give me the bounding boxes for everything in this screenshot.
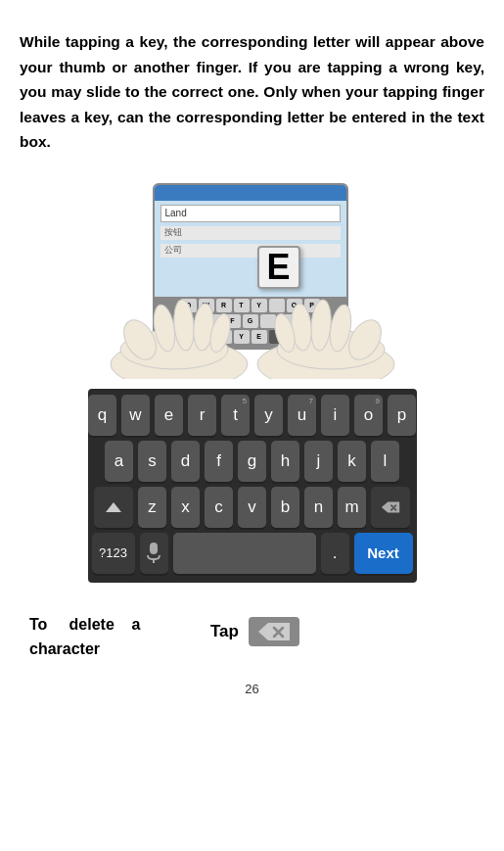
key-w[interactable]: w: [121, 395, 150, 436]
next-key-label: Next: [367, 544, 399, 561]
mic-key[interactable]: [140, 533, 168, 574]
period-key[interactable]: .: [321, 533, 349, 574]
key-g[interactable]: g: [238, 441, 266, 482]
key-e[interactable]: e: [155, 395, 183, 436]
page-number: 26: [20, 682, 484, 696]
next-key[interactable]: Next: [354, 533, 413, 574]
key-q[interactable]: q: [88, 395, 116, 436]
num-key-label: ?123: [99, 545, 127, 560]
period-label: .: [333, 544, 338, 563]
key-n[interactable]: n: [304, 487, 333, 528]
space-key[interactable]: [173, 533, 316, 574]
phone-top-bar: [155, 185, 346, 201]
key-i[interactable]: i: [321, 395, 349, 436]
delete-text: To delete acharacter: [29, 616, 141, 658]
intro-text: While tapping a key, the corresponding l…: [20, 29, 484, 155]
keyboard: q w e r t5 y u7 i o9 p a s d f g h j k l: [88, 389, 417, 583]
key-o[interactable]: o9: [354, 395, 383, 436]
shift-key[interactable]: [94, 487, 133, 528]
phone-field-label-1: 按钮: [160, 226, 341, 240]
key-h[interactable]: h: [271, 441, 299, 482]
bottom-section: To delete acharacter Tap: [20, 612, 484, 662]
key-d[interactable]: d: [171, 441, 200, 482]
key-t[interactable]: t5: [221, 395, 250, 436]
tap-label: Tap: [210, 622, 239, 641]
backspace-icon-svg: [254, 619, 294, 644]
key-j[interactable]: j: [304, 441, 333, 482]
num-key[interactable]: ?123: [92, 533, 135, 574]
phone-field-1: Land: [160, 205, 341, 222]
bottom-text-left: To delete acharacter: [29, 612, 210, 662]
key-z[interactable]: z: [138, 487, 166, 528]
keyboard-illustration: Land 按钮 公司 E Q W R: [20, 178, 484, 379]
backspace-key[interactable]: [371, 487, 410, 528]
key-m[interactable]: m: [338, 487, 366, 528]
key-u[interactable]: u7: [288, 395, 316, 436]
page-content: While tapping a key, the corresponding l…: [0, 0, 504, 716]
shift-icon: [106, 502, 121, 512]
key-b[interactable]: b: [271, 487, 299, 528]
backspace-icon: [380, 499, 401, 515]
key-c[interactable]: c: [205, 487, 233, 528]
bottom-text-right: Tap: [210, 612, 299, 646]
mic-icon: [147, 543, 160, 563]
phone-field-1-text: Land: [165, 208, 187, 218]
key-s[interactable]: s: [138, 441, 166, 482]
kb-row-4: ?123 . Next: [92, 533, 413, 574]
key-k[interactable]: k: [338, 441, 366, 482]
kb-row-2: a s d f g h j k l: [92, 441, 413, 482]
key-a[interactable]: a: [105, 441, 133, 482]
hands-illustration: [101, 271, 404, 379]
backspace-icon-img: [249, 617, 299, 646]
key-p[interactable]: p: [388, 395, 416, 436]
kb-row-3: z x c v b n m: [92, 487, 413, 528]
key-y[interactable]: y: [254, 395, 283, 436]
kb-row-1: q w e r t5 y u7 i o9 p: [92, 395, 413, 436]
key-r[interactable]: r: [188, 395, 216, 436]
key-v[interactable]: v: [238, 487, 266, 528]
key-x[interactable]: x: [171, 487, 200, 528]
phone-field-label-2: 公司: [160, 244, 341, 258]
phone-illustration: Land 按钮 公司 E Q W R: [101, 178, 404, 379]
key-f[interactable]: f: [205, 441, 233, 482]
key-l[interactable]: l: [371, 441, 399, 482]
